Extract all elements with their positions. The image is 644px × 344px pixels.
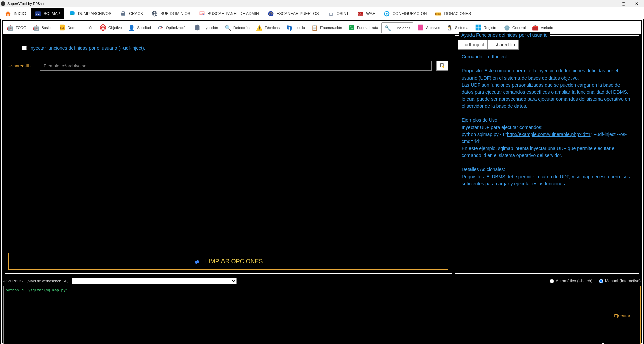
app-icon (1, 1, 5, 6)
subtab-objetivo[interactable]: Objetivo (97, 22, 125, 33)
help-tab-sharedlib[interactable]: --shared-lib (488, 40, 519, 50)
tab-label: DUMP ARCHIVOS (78, 11, 111, 16)
svg-rect-10 (200, 13, 202, 14)
svg-point-24 (102, 27, 104, 28)
help-content[interactable]: Comando: --udf-inject Propósito: Este co… (458, 50, 636, 197)
subtab-general[interactable]: ⚙️General (501, 22, 528, 33)
tech-icon: ⚠️ (256, 24, 263, 31)
tab-sqlmap[interactable]: SQLMAP (31, 8, 64, 19)
subtab-todo[interactable]: 🤖TODO (4, 22, 29, 33)
misc-icon: 🧰 (532, 24, 539, 31)
help-panel: Ayuda Funciones definidas por el usuario… (455, 35, 639, 274)
tab-label: CONFIGURACION (392, 11, 427, 16)
tab-label: OSINT (337, 11, 349, 16)
auto-radio-item[interactable]: Automático (--batch) (550, 279, 592, 283)
donate-icon: DONATE (435, 10, 442, 17)
tab-label: CRACK (129, 11, 143, 16)
terminal-icon (34, 10, 42, 17)
brute-icon: 010101 (348, 24, 355, 31)
windows-icon (475, 24, 482, 31)
clear-options-button[interactable]: LIMPIAR OPCIONES (8, 253, 448, 270)
app-title: SuperGTool by R0$hu (7, 2, 44, 6)
tab-label: INICIO (14, 11, 26, 16)
tab-label: WAF (366, 11, 375, 16)
subtab-funciones[interactable]: 🔧Funciones (381, 22, 413, 33)
console-output[interactable]: python "C:\sqlmap\sqlmap.py" (3, 286, 602, 344)
subtab-doc[interactable]: SQLDocumentación (56, 22, 96, 33)
subtab-inyeccion[interactable]: Inyección (191, 22, 221, 33)
target-icon (99, 24, 107, 31)
browse-button[interactable] (436, 61, 448, 71)
shared-lib-input[interactable] (40, 61, 432, 71)
tab-label: BUSCAR PANEL DE ADMIN (208, 11, 259, 16)
gauge-icon (157, 24, 164, 31)
svg-rect-8 (199, 11, 204, 15)
tab-subdominios[interactable]: SUB DOMINIOS (147, 8, 194, 19)
svg-text:101: 101 (350, 28, 353, 29)
globe-icon (151, 10, 158, 17)
subtab-brute[interactable]: 010101Fuerza bruta (345, 22, 381, 33)
scan-icon (267, 10, 275, 17)
svg-rect-9 (200, 12, 204, 13)
maximize-button[interactable]: ▢ (616, 0, 630, 7)
svg-point-5 (124, 15, 125, 16)
tab-donaciones[interactable]: DONATE DONACIONES (431, 8, 475, 19)
sub-tab-bar: 🤖TODO 🤖Basico SQLDocumentación Objetivo … (3, 21, 641, 34)
tab-waf[interactable]: WAF (353, 8, 379, 19)
db-icon (194, 24, 201, 31)
subtab-archivos[interactable]: Archivos (414, 22, 443, 33)
subtab-tecnicas[interactable]: ⚠️Técnicas (253, 22, 282, 33)
svg-point-17 (386, 13, 388, 14)
svg-rect-0 (35, 11, 41, 16)
example-url-link[interactable]: http://example.com/vulnerable.php?id=1 (507, 132, 591, 137)
lock-icon (119, 10, 127, 17)
subtab-sistema[interactable]: 🐧Sistema (443, 22, 471, 33)
subtab-optim[interactable]: Optimización (154, 22, 190, 33)
manual-radio[interactable] (599, 279, 603, 283)
detect-icon: 🔍 (224, 24, 232, 31)
tab-escanear[interactable]: ESCANEAR PUERTOS (263, 8, 323, 19)
auto-radio[interactable] (550, 279, 554, 283)
main-tab-bar: INICIO SQLMAP DUMP ARCHIVOS CRACK SUB DO… (0, 7, 644, 19)
close-button[interactable]: ✕ (630, 0, 643, 7)
subtab-enum[interactable]: 📋Enumeración (308, 22, 345, 33)
verbose-label: -v VERBOSE (Nivel de verbosidad: 1-6): (3, 279, 69, 283)
subtab-deteccion[interactable]: 🔍Detección (221, 22, 252, 33)
shared-lib-label: --shared-lib (8, 63, 35, 68)
subtab-basico[interactable]: 🤖Basico (30, 22, 55, 33)
tab-admin[interactable]: BUSCAR PANEL DE ADMIN (195, 8, 263, 19)
request-icon: 👤 (128, 24, 135, 31)
svg-rect-33 (195, 260, 199, 264)
tab-inicio[interactable]: INICIO (1, 8, 30, 19)
subtab-variado[interactable]: 🧰Variado (529, 22, 556, 33)
verbose-select[interactable] (72, 278, 237, 284)
help-tab-udf[interactable]: --udf-inject (458, 40, 488, 50)
osint-icon (327, 10, 335, 17)
sql-icon: SQL (59, 24, 66, 31)
tab-config[interactable]: CONFIGURACION (379, 8, 430, 19)
tab-label: DONACIONES (444, 11, 471, 16)
svg-point-11 (203, 14, 204, 15)
tab-osint[interactable]: OSINT (324, 8, 353, 19)
svg-point-3 (122, 15, 122, 16)
subtab-huella[interactable]: 👣Huella (283, 22, 308, 33)
tab-label: ESCANEAR PUERTOS (277, 11, 319, 16)
execute-button[interactable]: Ejecutar (604, 286, 641, 344)
linux-icon: 🐧 (446, 24, 453, 31)
svg-text:010: 010 (350, 26, 353, 27)
tab-crack[interactable]: CRACK (116, 8, 147, 19)
svg-rect-14 (329, 13, 333, 15)
minimize-button[interactable]: — (603, 0, 616, 7)
firewall-icon (357, 10, 364, 17)
subtab-registro[interactable]: Registro (472, 22, 500, 33)
general-icon: ⚙️ (503, 24, 511, 31)
func-icon: 🔧 (384, 24, 392, 32)
bot-icon: 🤖 (33, 24, 40, 31)
options-panel: Inyectar funciones definidas por el usua… (5, 35, 452, 274)
udf-inject-checkbox[interactable] (22, 46, 27, 50)
manual-radio-item[interactable]: Manual (Interactivo) (599, 279, 641, 283)
subtab-solicitud[interactable]: 👤Solicitud (125, 22, 154, 33)
files-icon (417, 24, 424, 31)
tab-dump[interactable]: DUMP ARCHIVOS (65, 8, 115, 19)
file-icon (439, 63, 445, 69)
